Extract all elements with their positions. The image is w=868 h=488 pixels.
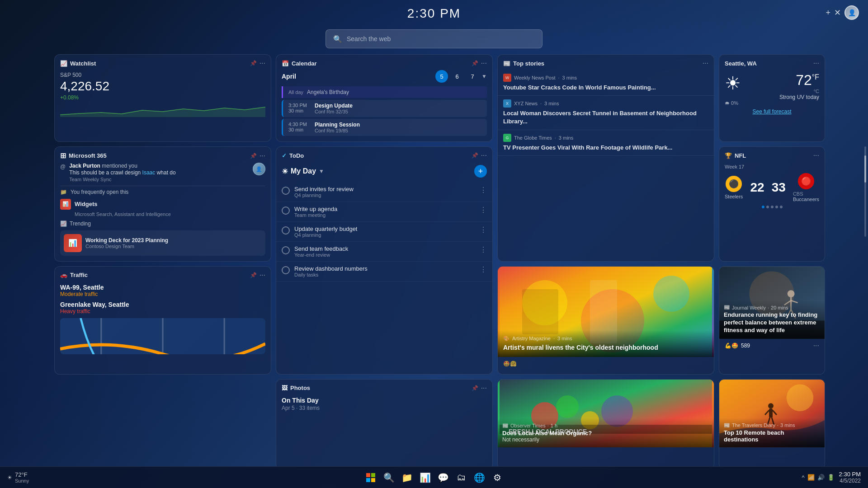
news-item-2[interactable]: X XYZ News · 3 mins Local Woman Discover… bbox=[498, 96, 714, 130]
todo-checkbox-4[interactable] bbox=[282, 246, 290, 254]
more-options-icon[interactable]: ··· bbox=[481, 384, 487, 392]
user-avatar[interactable]: 👤 bbox=[844, 5, 859, 20]
calendar-day-5[interactable]: 5 bbox=[435, 70, 448, 83]
nfl-team-2: 🔴 CBS Buccaneers bbox=[793, 173, 819, 202]
photos-meta: Apr 5 · 33 items bbox=[282, 405, 487, 411]
taskbar-widgets-button[interactable]: 📊 bbox=[418, 470, 432, 485]
more-options-icon[interactable]: ··· bbox=[813, 151, 819, 160]
endurance-title: Endurance running key to finding perfect… bbox=[724, 311, 820, 334]
volume-icon[interactable]: 🔊 bbox=[817, 474, 825, 481]
add-todo-button[interactable]: + bbox=[474, 165, 487, 178]
news-title-3: TV Presenter Goes Viral With Rare Footag… bbox=[503, 144, 708, 152]
calendar-event-1[interactable]: 3:30 PM 30 min Design Update Conf Rm 32/… bbox=[282, 100, 487, 117]
mention-text: This should be a crawl design Isaac what… bbox=[69, 169, 249, 177]
scrollbar-thumb[interactable] bbox=[864, 155, 866, 183]
pin-icon[interactable]: 📌 bbox=[472, 152, 478, 159]
todo-item-2[interactable]: Write up agenda Team meeting ⋮ bbox=[276, 202, 492, 222]
news-item-3[interactable]: G The Globe Times · 3 mins TV Presenter … bbox=[498, 130, 714, 156]
pin-icon[interactable]: 📌 bbox=[250, 153, 257, 159]
news-source-3: G The Globe Times · 3 mins bbox=[503, 134, 708, 142]
trophy-icon: 🏆 bbox=[725, 152, 732, 159]
weather-forecast-link[interactable]: See full forecast bbox=[725, 106, 819, 117]
todo-checkbox-3[interactable] bbox=[282, 226, 290, 235]
artistry-icon: 🎨 bbox=[503, 336, 509, 342]
close-icon[interactable]: ✕ bbox=[834, 8, 841, 18]
add-icon[interactable]: + bbox=[826, 8, 830, 18]
todo-checkbox-1[interactable] bbox=[282, 187, 290, 195]
taskbar-settings-button[interactable]: ⚙ bbox=[490, 470, 505, 485]
taskbar-explorer-button[interactable]: 📁 bbox=[400, 470, 414, 485]
mural-title: Artist's mural livens the City's oldest … bbox=[503, 343, 708, 352]
calendar-day-7[interactable]: 7 bbox=[466, 70, 479, 83]
route-2-status: Heavy traffic bbox=[60, 308, 265, 314]
stock-label: S&P 500 bbox=[60, 72, 265, 78]
ms365-content: @ Jack Purton mentioned you This should … bbox=[55, 163, 271, 261]
taskbar-edge-button[interactable]: 🌐 bbox=[472, 470, 486, 485]
svg-point-29 bbox=[768, 403, 774, 408]
more-options-icon[interactable]: ··· bbox=[813, 59, 819, 67]
more-options-icon[interactable]: ··· bbox=[481, 151, 487, 160]
news-title-1: Youtube Star Cracks Code In World Famous… bbox=[503, 84, 708, 92]
calendar-event-2[interactable]: 4:30 PM 30 min Planning Session Conf Rm … bbox=[282, 119, 487, 136]
chevron-down-icon[interactable]: ▼ bbox=[481, 73, 487, 80]
todo-checkbox-5[interactable] bbox=[282, 266, 290, 274]
network-icon[interactable]: 📶 bbox=[807, 474, 815, 481]
todo-item-5[interactable]: Review dashboard numbers Daily tasks ⋮ bbox=[276, 262, 492, 282]
todo-text-2: Write up agenda Team meeting bbox=[294, 206, 475, 218]
chevron-up-icon[interactable]: ^ bbox=[802, 474, 804, 481]
buccaneers-name: CBS Buccaneers bbox=[793, 191, 819, 202]
more-options-icon[interactable]: ··· bbox=[703, 59, 708, 67]
battery-icon[interactable]: 🔋 bbox=[827, 474, 835, 481]
pin-icon[interactable]: 📌 bbox=[250, 60, 257, 66]
mention-user-name: Jack Purton mentioned you bbox=[69, 163, 249, 169]
right-scrollbar[interactable] bbox=[864, 146, 866, 237]
taskbar-weather[interactable]: ☀ 72°F Sunny bbox=[7, 471, 29, 483]
doc-team: Contoso Design Team bbox=[85, 244, 262, 249]
doc-title: Working Deck for 2023 Planning bbox=[85, 237, 262, 244]
doc-info: Working Deck for 2023 Planning Contoso D… bbox=[85, 237, 262, 249]
watchlist-title: 📈 Watchlist bbox=[60, 60, 96, 67]
calendar-month-row: April 5 6 7 ▼ bbox=[276, 70, 492, 86]
beach-widget: 📰 The Travelers Diary · 3 mins Top 10 Re… bbox=[719, 379, 825, 469]
mention-link[interactable]: Isaac bbox=[142, 169, 156, 176]
more-options-icon[interactable]: ··· bbox=[259, 152, 265, 160]
search-input[interactable] bbox=[347, 35, 535, 42]
chevron-down-icon[interactable]: ▼ bbox=[319, 168, 324, 174]
weather-content: ☀ 72°F °C Strong UV today 🌧 0% See full … bbox=[719, 70, 825, 123]
taskbar-weather-info: 72°F Sunny bbox=[15, 471, 29, 483]
taskbar-taskview-button[interactable]: 🗂 bbox=[454, 470, 468, 485]
todo-item-4[interactable]: Send team feedback Year-end review ⋮ bbox=[276, 242, 492, 262]
nfl-team-1: ⚫ Steelers bbox=[725, 176, 743, 199]
more-options-icon[interactable]: ··· bbox=[259, 271, 265, 279]
todo-item-1[interactable]: Send invites for review Q4 planning ⋮ bbox=[276, 182, 492, 202]
pin-icon[interactable]: 📌 bbox=[250, 272, 257, 278]
todo-more-2[interactable]: ⋮ bbox=[480, 206, 487, 214]
event-location-1: Conf Rm 32/35 bbox=[315, 109, 353, 114]
more-options-icon[interactable]: ··· bbox=[813, 342, 819, 350]
news-source-1: W Weekly News Post · 3 mins bbox=[503, 74, 708, 82]
route-2: Greenlake Way, Seattle Heavy traffic bbox=[60, 301, 265, 314]
calendar-day-6[interactable]: 6 bbox=[451, 70, 463, 83]
nfl-network: CBS bbox=[793, 191, 819, 197]
taskbar-search-button[interactable]: 🔍 bbox=[382, 470, 396, 485]
todo-title: ✓ ToDo bbox=[282, 152, 304, 159]
event-details-2: Planning Session Conf Rm 19/85 bbox=[315, 122, 360, 133]
more-options-icon[interactable]: ··· bbox=[259, 59, 265, 67]
doc-row[interactable]: 📊 Working Deck for 2023 Planning Contoso… bbox=[60, 230, 265, 256]
todo-more-4[interactable]: ⋮ bbox=[480, 245, 487, 254]
todo-checkbox-2[interactable] bbox=[282, 206, 290, 215]
todo-more-1[interactable]: ⋮ bbox=[480, 186, 487, 194]
taskbar-windows-button[interactable] bbox=[363, 470, 378, 485]
photos-icon: 🖼 bbox=[282, 385, 288, 391]
pin-icon[interactable]: 📌 bbox=[472, 60, 478, 66]
more-options-icon[interactable]: ··· bbox=[481, 59, 487, 67]
pin-icon[interactable]: 📌 bbox=[472, 385, 478, 391]
todo-more-3[interactable]: ⋮ bbox=[480, 225, 487, 234]
todo-more-5[interactable]: ⋮ bbox=[480, 265, 487, 274]
news-item-1[interactable]: W Weekly News Post · 3 mins Youtube Star… bbox=[498, 70, 714, 96]
search-icon: 🔍 bbox=[333, 35, 342, 43]
taskbar-clock[interactable]: 2:30 PM 4/5/2022 bbox=[839, 471, 861, 484]
todo-item-3[interactable]: Update quarterly budget Q4 planning ⋮ bbox=[276, 222, 492, 242]
taskbar-chat-button[interactable]: 💬 bbox=[436, 470, 450, 485]
trending-row: 📈 Trending bbox=[60, 221, 265, 227]
